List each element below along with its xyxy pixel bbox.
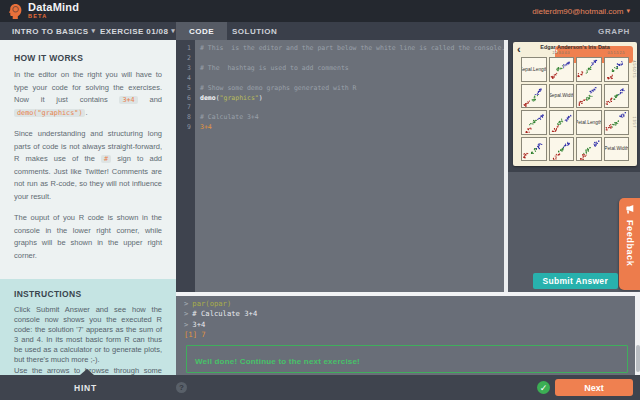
app-title: DataMind bbox=[28, 2, 79, 13]
help-icon[interactable]: ? bbox=[176, 382, 187, 393]
instructions-section: INSTRUCTIONS Click Submit Answer and see… bbox=[0, 279, 176, 375]
code-line[interactable]: 3+4 bbox=[200, 123, 500, 133]
graph-panel: ‹ › Edgar Anderson's Iris Data Sepal.Len… bbox=[508, 40, 640, 172]
pairs-scatter-cell bbox=[576, 84, 602, 109]
chevron-down-icon: ▾ bbox=[626, 7, 630, 15]
console-line: [1] 7 bbox=[184, 330, 628, 340]
how-paragraph-3: The ouput of you R code is shown in the … bbox=[14, 212, 162, 262]
editor-code[interactable]: # This is the editor and the part below … bbox=[200, 44, 500, 133]
pairs-scatter-cell bbox=[576, 137, 602, 162]
pairs-scatter-cell bbox=[549, 110, 575, 135]
line-number: 9 bbox=[176, 123, 195, 133]
pairs-scatter-cell bbox=[521, 137, 547, 162]
pairs-scatter-cell bbox=[604, 110, 630, 135]
pairs-scatter-cell bbox=[521, 84, 547, 109]
tab-solution-label: SOLUTION bbox=[232, 27, 277, 36]
instructions-paragraph-1: Click Submit Answer and see how the cons… bbox=[14, 305, 162, 364]
console-line: >3+4 bbox=[184, 320, 628, 330]
line-number: 3 bbox=[176, 64, 195, 74]
plot-prev-button[interactable]: ‹ bbox=[517, 44, 521, 54]
tab-code-label: CODE bbox=[189, 27, 214, 36]
pairs-scatter-cell bbox=[549, 57, 575, 82]
section-title: INSTRUCTIONS bbox=[14, 289, 162, 299]
console-line: ># Calculate 3+4 bbox=[184, 309, 628, 319]
pairs-scatter-cell bbox=[521, 110, 547, 135]
footer-bar: HINT ? ✓ Next bbox=[0, 375, 640, 400]
how-paragraph-1: In the editor on the right you will have… bbox=[14, 69, 162, 119]
sidebar: HOW IT WORKS In the editor on the right … bbox=[0, 40, 176, 375]
console-lines: >par(opar)># Calculate 3+4>3+4[1] 7 bbox=[184, 299, 628, 341]
console-success-box: Well done! Continue to the next exercise… bbox=[186, 345, 628, 373]
account-email: dieterdm90@hotmail.com bbox=[532, 7, 623, 16]
console-line: >par(opar) bbox=[184, 299, 628, 309]
line-number: 6 bbox=[176, 94, 195, 104]
pairs-scatter-cell bbox=[604, 57, 630, 82]
console-scrollbar[interactable] bbox=[635, 296, 640, 375]
section-title: HOW IT WORKS bbox=[14, 53, 162, 63]
inline-code-chip: demo("graphics") bbox=[14, 109, 85, 117]
code-line[interactable]: # Calculate 3+4 bbox=[200, 113, 500, 123]
axis-tick-label: 0.5 1.5 2.5 bbox=[608, 51, 625, 55]
megaphone-icon bbox=[624, 204, 635, 215]
hint-button[interactable]: HINT bbox=[62, 375, 109, 400]
code-line[interactable]: demo("graphics") bbox=[200, 94, 500, 104]
line-number: 8 bbox=[176, 113, 195, 123]
line-number: 4 bbox=[176, 74, 195, 84]
line-number: 1 bbox=[176, 44, 195, 54]
app-window: { "header": { "brand": "DataMind", "beta… bbox=[0, 0, 640, 400]
how-paragraph-2: Since understanding and structuring long… bbox=[14, 128, 162, 203]
course-menu[interactable]: INTRO TO BASICS ▾ bbox=[12, 22, 95, 40]
feedback-label: Feedback bbox=[625, 220, 635, 266]
code-line[interactable]: # The hashtag is used to add comments bbox=[200, 64, 500, 74]
code-line[interactable]: # Show some demo graphs generated with R bbox=[200, 84, 500, 94]
beta-badge: BETA bbox=[28, 14, 79, 20]
pairs-scatter-cell bbox=[549, 137, 575, 162]
success-message: Well done! Continue to the next exercise… bbox=[195, 357, 360, 366]
code-line[interactable]: # This is the editor and the part below … bbox=[200, 44, 500, 54]
axis-tick-label: 4.5 6.0 7.5 bbox=[632, 61, 636, 78]
editor-gutter: 123456789 bbox=[176, 40, 195, 292]
submit-answer-button[interactable]: Submit Answer bbox=[533, 273, 618, 289]
code-line[interactable] bbox=[200, 54, 500, 64]
code-line[interactable] bbox=[200, 74, 500, 84]
pairs-diagonal-label: Sepal.Length bbox=[521, 57, 547, 82]
inline-code-chip: 3+4 bbox=[119, 96, 137, 104]
line-number: 7 bbox=[176, 103, 195, 113]
pairs-diagonal-label: Petal.Length bbox=[576, 110, 602, 135]
plot-title: Edgar Anderson's Iris Data bbox=[533, 44, 617, 50]
console-panel[interactable]: >par(opar)># Calculate 3+4>3+4[1] 7 Well… bbox=[176, 296, 640, 375]
chevron-down-icon: ▾ bbox=[171, 27, 175, 35]
brain-logo-icon bbox=[8, 3, 23, 20]
pairs-grid: Sepal.LengthSepal.WidthPetal.LengthPetal… bbox=[521, 57, 629, 161]
pairs-scatter-cell bbox=[604, 84, 630, 109]
menu-bar: INTRO TO BASICS ▾ EXERCISE 01/08 ▾ CODE … bbox=[0, 22, 640, 40]
success-check-icon: ✓ bbox=[537, 381, 550, 394]
scrollbar-thumb[interactable] bbox=[636, 345, 640, 372]
tab-solution[interactable]: SOLUTION bbox=[219, 22, 290, 40]
account-menu[interactable]: dieterdm90@hotmail.com ▾ bbox=[532, 0, 630, 22]
top-bar: DataMind BETA dieterdm90@hotmail.com ▾ bbox=[0, 0, 640, 22]
exercise-menu[interactable]: EXERCISE 01/08 ▾ bbox=[100, 22, 175, 40]
pairs-diagonal-label: Petal.Width bbox=[604, 137, 630, 162]
brand: DataMind BETA bbox=[8, 2, 79, 20]
axis-tick-label: 1 3 5 7 bbox=[632, 117, 636, 128]
pairs-diagonal-label: Sepal.Width bbox=[549, 84, 575, 109]
feedback-tab[interactable]: Feedback bbox=[619, 198, 640, 290]
chevron-down-icon: ▾ bbox=[92, 27, 96, 35]
line-number: 5 bbox=[176, 84, 195, 94]
plot-card: ‹ › Edgar Anderson's Iris Data Sepal.Len… bbox=[513, 42, 637, 166]
how-it-works-section: HOW IT WORKS In the editor on the right … bbox=[0, 40, 176, 279]
pairs-scatter-cell bbox=[576, 57, 602, 82]
axis-tick-label: 2.0 3.0 4.0 bbox=[553, 51, 570, 55]
code-editor[interactable]: 123456789 # This is the editor and the p… bbox=[176, 40, 508, 292]
line-number: 2 bbox=[176, 54, 195, 64]
course-menu-label: INTRO TO BASICS bbox=[12, 27, 89, 36]
code-line[interactable] bbox=[200, 103, 500, 113]
next-button[interactable]: Next bbox=[555, 379, 633, 396]
graph-panel-label: GRAPH bbox=[598, 22, 630, 40]
inline-code-chip: # bbox=[101, 155, 111, 163]
exercise-menu-label: EXERCISE 01/08 bbox=[100, 27, 168, 36]
